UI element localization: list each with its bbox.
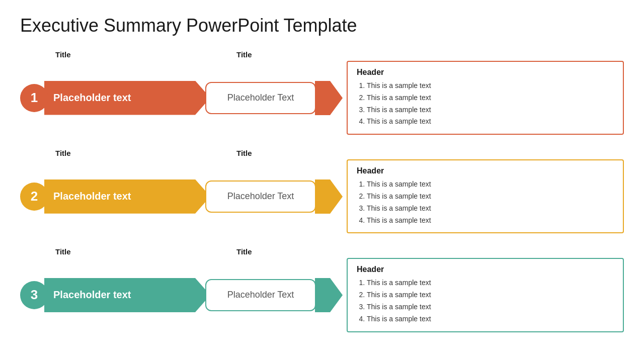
- info-box-3: HeaderThis is a sample textThis is a sam…: [347, 258, 624, 332]
- info-item-2-1: This is a sample text: [367, 178, 614, 191]
- row-3: Title Title 3Placeholder textPlaceholder…: [20, 247, 624, 332]
- label-left-1: Title: [20, 50, 231, 59]
- main-row-3: 3Placeholder textPlaceholder TextHeaderT…: [20, 258, 624, 332]
- info-item-2-2: This is a sample text: [367, 191, 614, 203]
- page-title: Executive Summary PowerPoint Template: [20, 15, 624, 36]
- circle-num-3: 3: [20, 281, 48, 309]
- info-item-2-3: This is a sample text: [367, 203, 614, 215]
- rows-container: Title Title 1Placeholder textPlaceholder…: [20, 50, 624, 332]
- circle-num-1: 1: [20, 84, 48, 112]
- mid-box-wrapper-2: Placeholder Text: [200, 179, 321, 214]
- info-item-3-1: This is a sample text: [367, 277, 614, 289]
- info-item-3-4: This is a sample text: [367, 313, 614, 325]
- row-1: Title Title 1Placeholder textPlaceholder…: [20, 50, 624, 135]
- mid-box-wrapper-1: Placeholder Text: [200, 81, 321, 115]
- info-header-3: Header: [357, 265, 614, 274]
- info-box-2: HeaderThis is a sample textThis is a sam…: [347, 159, 624, 233]
- info-item-1-4: This is a sample text: [367, 116, 614, 128]
- mid-box-1: Placeholder Text: [205, 82, 316, 114]
- label-left-2: Title: [20, 149, 231, 157]
- info-box-1: HeaderThis is a sample textThis is a sam…: [347, 61, 624, 135]
- bar-arrow-3: Placeholder text: [44, 278, 210, 312]
- info-header-1: Header: [357, 68, 614, 77]
- bar-arrow-2: Placeholder text: [44, 179, 210, 214]
- label-left-3: Title: [20, 247, 231, 256]
- row-2: Title Title 2Placeholder textPlaceholder…: [20, 149, 624, 233]
- label-mid-1: Title: [231, 50, 357, 59]
- bar-arrow-1: Placeholder text: [44, 81, 210, 115]
- label-mid-3: Title: [231, 247, 357, 256]
- info-header-2: Header: [357, 166, 614, 175]
- info-item-1-3: This is a sample text: [367, 104, 614, 116]
- info-item-3-2: This is a sample text: [367, 289, 614, 301]
- info-item-1-2: This is a sample text: [367, 92, 614, 104]
- mid-box-2: Placeholder Text: [205, 180, 316, 213]
- info-item-1-1: This is a sample text: [367, 80, 614, 92]
- mid-box-wrapper-3: Placeholder Text: [200, 278, 321, 312]
- info-item-2-4: This is a sample text: [367, 215, 614, 227]
- main-row-2: 2Placeholder textPlaceholder TextHeaderT…: [20, 159, 624, 233]
- circle-num-2: 2: [20, 183, 48, 211]
- info-item-3-3: This is a sample text: [367, 301, 614, 313]
- mid-box-3: Placeholder Text: [205, 279, 316, 311]
- label-mid-2: Title: [231, 149, 357, 157]
- main-row-1: 1Placeholder textPlaceholder TextHeaderT…: [20, 61, 624, 135]
